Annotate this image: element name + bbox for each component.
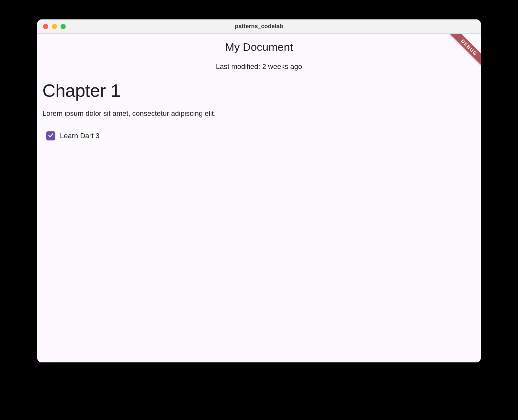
traffic-lights xyxy=(43,24,66,29)
window-titlebar[interactable]: patterns_codelab xyxy=(37,19,481,34)
close-button[interactable] xyxy=(43,24,48,29)
window-title: patterns_codelab xyxy=(37,23,481,30)
chapter-heading: Chapter 1 xyxy=(42,80,476,101)
check-icon xyxy=(48,132,54,140)
app-content: DEBUG My Document Last modified: 2 weeks… xyxy=(37,34,481,362)
last-modified-label: Last modified: 2 weeks ago xyxy=(37,62,481,71)
paragraph-text: Lorem ipsum dolor sit amet, consectetur … xyxy=(42,109,476,118)
app-header: My Document Last modified: 2 weeks ago xyxy=(37,34,481,71)
document-body: Chapter 1 Lorem ipsum dolor sit amet, co… xyxy=(37,71,481,140)
checkbox-row: Learn Dart 3 xyxy=(42,131,476,140)
zoom-button[interactable] xyxy=(61,24,66,29)
minimize-button[interactable] xyxy=(52,24,57,29)
app-window: patterns_codelab DEBUG My Document Last … xyxy=(37,19,481,362)
page-title: My Document xyxy=(37,41,481,53)
checkbox[interactable] xyxy=(46,131,55,140)
checkbox-label: Learn Dart 3 xyxy=(60,132,99,140)
